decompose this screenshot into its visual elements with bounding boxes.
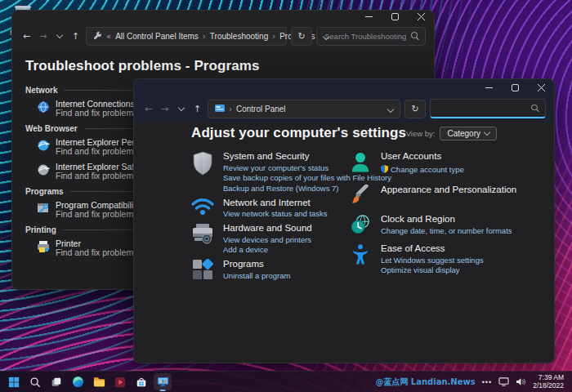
up-button[interactable]: ↑ xyxy=(191,101,203,116)
tray-overflow-button[interactable]: ••• xyxy=(482,378,492,386)
category-link[interactable]: View devices and printers xyxy=(223,236,312,244)
address-bar[interactable]: › Control Panel xyxy=(208,100,400,118)
category-user-accounts[interactable]: User Accounts Change account type xyxy=(348,151,536,176)
taskbar-clock[interactable]: 7:39 AM 2/18/2022 xyxy=(533,374,564,390)
address-bar[interactable]: « All Control Panel Items › Troubleshoot… xyxy=(86,27,287,46)
programs-squares-icon[interactable] xyxy=(190,259,215,280)
minimize-button[interactable] xyxy=(355,11,382,22)
ease-of-access-icon[interactable] xyxy=(348,243,373,274)
section-label-printing: Printing xyxy=(25,225,56,234)
navigation-toolbar: ← → ↑ « All Control Panel Items › Troubl… xyxy=(12,22,434,50)
page-title: Troubleshoot problems - Programs xyxy=(25,58,421,74)
edge-browser-icon[interactable] xyxy=(69,373,87,390)
titlebar xyxy=(134,79,554,96)
recent-pages-chevron[interactable] xyxy=(53,29,65,43)
file-explorer-icon[interactable] xyxy=(90,373,108,390)
program-compatibility-icon xyxy=(37,202,50,218)
search-input[interactable] xyxy=(436,103,528,114)
control-panel-icon xyxy=(215,104,225,114)
breadcrumb-all-control-panel-items[interactable]: All Control Panel Items xyxy=(115,32,199,41)
recent-pages-chevron[interactable] xyxy=(175,101,187,116)
internet-connections-icon xyxy=(37,100,50,117)
hardware-printer-icon[interactable] xyxy=(190,223,215,254)
forward-button[interactable]: → xyxy=(37,29,49,43)
search-input[interactable] xyxy=(323,31,408,42)
refresh-button[interactable]: ↻ xyxy=(291,27,312,46)
ie-performance-icon xyxy=(37,139,50,155)
category-link[interactable]: Change date, time, or number formats xyxy=(381,227,512,235)
clock-date: 2/18/2022 xyxy=(533,382,564,390)
section-label-web-browser: Web Browser xyxy=(25,124,78,133)
printer-item-icon xyxy=(37,240,50,256)
forward-button[interactable]: → xyxy=(159,101,171,116)
category-ease-of-access[interactable]: Ease of Access Let Windows suggest setti… xyxy=(348,243,536,274)
category-link[interactable]: Change account type xyxy=(391,166,464,174)
category-link[interactable]: Optimize visual display xyxy=(381,266,484,274)
taskbar: @蓝点网 Landian.News ••• 7:39 AM 2/18/2022 xyxy=(0,371,572,392)
categories-left-column: System and Security Review your computer… xyxy=(190,151,346,285)
navigation-toolbar: ← → ↑ › Control Panel ↻ xyxy=(134,96,554,122)
taskbar-apps xyxy=(5,373,172,390)
crumb-separator-icon: › xyxy=(229,105,232,114)
up-button[interactable]: ↑ xyxy=(69,29,82,43)
category-link[interactable]: Let Windows suggest settings xyxy=(381,256,484,265)
back-button[interactable]: ← xyxy=(142,101,154,116)
uac-shield-icon xyxy=(381,162,388,176)
page-title: Adjust your computer's settings xyxy=(191,125,554,141)
category-link[interactable]: View network status and tasks xyxy=(223,210,328,218)
network-tray-icon[interactable] xyxy=(498,375,509,390)
search-button[interactable] xyxy=(26,373,44,390)
view-by-control: View by: Category xyxy=(406,127,497,140)
breadcrumb-troubleshooting[interactable]: Troubleshooting xyxy=(210,32,268,41)
taskbar-tray: @蓝点网 Landian.News ••• 7:39 AM 2/18/2022 xyxy=(375,374,567,390)
paintbrush-icon[interactable] xyxy=(348,185,373,206)
category-link[interactable]: Uninstall a program xyxy=(223,272,290,280)
maximize-button[interactable] xyxy=(382,11,408,22)
clock-region-icon[interactable] xyxy=(348,214,373,235)
section-label-network: Network xyxy=(25,86,57,95)
system-security-shield-icon[interactable] xyxy=(190,151,215,193)
address-dropdown-chevron[interactable] xyxy=(388,105,393,114)
view-by-dropdown[interactable]: Category xyxy=(440,127,497,140)
control-panel-content: Adjust your computer's settings View by:… xyxy=(134,122,554,363)
section-label-programs: Programs xyxy=(25,187,64,196)
category-network-and-internet[interactable]: Network and Internet View network status… xyxy=(190,198,346,219)
close-button[interactable] xyxy=(408,11,434,22)
back-button[interactable]: ← xyxy=(20,29,33,43)
refresh-button[interactable]: ↻ xyxy=(404,100,426,118)
window-control-panel[interactable]: ← → ↑ › Control Panel ↻ Adjust your comp… xyxy=(133,78,555,363)
close-button[interactable] xyxy=(528,79,554,96)
search-box[interactable] xyxy=(316,27,426,46)
crumb-separator-icon: › xyxy=(203,32,206,41)
microsoft-store-icon[interactable] xyxy=(132,373,150,390)
crumb-separator-icon: › xyxy=(272,32,275,41)
category-clock-and-region[interactable]: Clock and Region Change date, time, or n… xyxy=(348,214,536,235)
search-icon[interactable] xyxy=(531,105,539,113)
view-by-label: View by: xyxy=(406,129,436,138)
volume-tray-icon[interactable] xyxy=(516,375,526,390)
start-button[interactable] xyxy=(5,373,23,390)
categories-right-column: User Accounts Change account type Appear… xyxy=(348,151,536,283)
crumb-collapse-icon[interactable]: « xyxy=(106,32,111,41)
category-programs[interactable]: Programs Uninstall a program xyxy=(190,259,346,280)
watermark-text: @蓝点网 Landian.News xyxy=(375,376,475,388)
maximize-button[interactable] xyxy=(502,79,528,96)
category-appearance-personalization[interactable]: Appearance and Personalization xyxy=(348,185,536,206)
titlebar xyxy=(12,11,434,22)
search-icon[interactable] xyxy=(411,32,419,40)
category-link[interactable]: Add a device xyxy=(223,246,312,254)
network-wifi-icon[interactable] xyxy=(190,198,215,219)
desktop: { "desktop": {"recycle_bin_label": "Recy… xyxy=(0,0,572,392)
media-player-icon[interactable] xyxy=(111,373,129,390)
breadcrumb-control-panel[interactable]: Control Panel xyxy=(236,105,286,114)
category-system-and-security[interactable]: System and Security Review your computer… xyxy=(190,151,346,193)
user-accounts-icon[interactable] xyxy=(348,151,373,176)
troubleshooting-wrench-icon xyxy=(93,31,102,42)
control-panel-taskbar-icon[interactable] xyxy=(154,373,172,390)
task-view-button[interactable] xyxy=(47,373,65,390)
minimize-button[interactable] xyxy=(476,79,502,96)
ie-safety-icon xyxy=(37,163,50,180)
category-hardware-and-sound[interactable]: Hardware and Sound View devices and prin… xyxy=(190,223,346,254)
search-box-focused[interactable] xyxy=(430,99,546,118)
